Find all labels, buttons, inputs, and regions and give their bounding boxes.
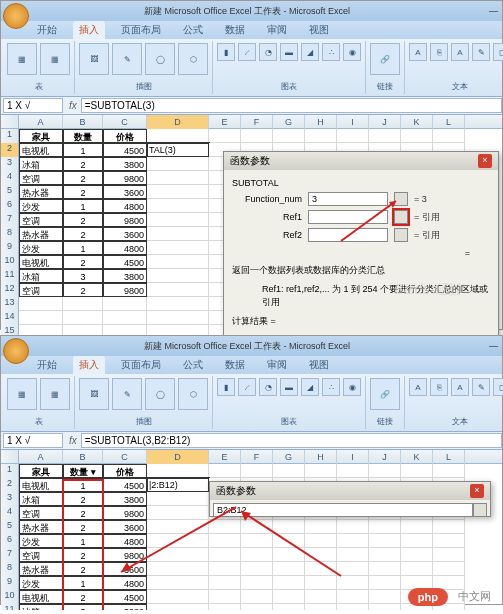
object-icon[interactable]: ◻ [493,43,503,61]
pivot-table-icon[interactable]: ▦ [7,43,37,75]
close-icon[interactable]: × [478,154,492,168]
param2-label: Ref1 [232,212,302,222]
wordart-icon[interactable]: A [451,43,469,61]
minimize-icon[interactable]: — [489,6,498,16]
col-header-j[interactable]: J [369,115,401,129]
other-chart-icon[interactable]: ◉ [343,378,361,396]
picture-icon[interactable]: 🖼 [79,43,109,75]
hyperlink-icon[interactable]: 🔗 [370,378,400,410]
shapes-icon[interactable]: ◯ [145,378,175,410]
textbox-icon[interactable]: A [409,378,427,396]
picture-icon[interactable]: 🖼 [79,378,109,410]
pivot-table-icon[interactable]: ▦ [7,378,37,410]
scatter-chart-icon[interactable]: ∴ [322,378,340,396]
table-cell: 2 [63,227,103,241]
wordart-icon[interactable]: A [451,378,469,396]
ref-selector-icon[interactable] [394,210,408,224]
tab-review[interactable]: 审阅 [261,21,293,39]
spreadsheet-grid[interactable]: A B C D E F G H I J K L 1 家具 数量 ▾ 价格 2 电… [1,450,502,610]
clipart-icon[interactable]: ✎ [112,43,142,75]
tab-start[interactable]: 开始 [31,21,63,39]
other-chart-icon[interactable]: ◉ [343,43,361,61]
tab-formula[interactable]: 公式 [177,356,209,374]
tab-insert[interactable]: 插入 [73,21,105,39]
bar-chart-icon[interactable]: ▬ [280,43,298,61]
shapes-icon[interactable]: ◯ [145,43,175,75]
tab-layout[interactable]: 页面布局 [115,21,167,39]
hyperlink-icon[interactable]: 🔗 [370,43,400,75]
range-input[interactable] [213,503,473,517]
table-cell: 4500 [103,478,147,492]
tab-start[interactable]: 开始 [31,356,63,374]
dialog-title: 函数参数 [230,154,270,168]
pie-chart-icon[interactable]: ◔ [259,43,277,61]
ref-selector-icon[interactable] [394,192,408,206]
tab-data[interactable]: 数据 [219,21,251,39]
tab-view[interactable]: 视图 [303,21,335,39]
ref-selector-icon[interactable] [394,228,408,242]
col-header-e[interactable]: E [209,115,241,129]
header-footer-icon[interactable]: ⎘ [430,378,448,396]
object-icon[interactable]: ◻ [493,378,503,396]
col-header-b[interactable]: B [63,115,103,129]
tab-view[interactable]: 视图 [303,356,335,374]
header-footer-icon[interactable]: ⎘ [430,43,448,61]
ref-expand-icon[interactable] [473,503,487,517]
sigline-icon[interactable]: ✎ [472,43,490,61]
pie-chart-icon[interactable]: ◔ [259,378,277,396]
table-header: 价格 [103,464,147,478]
col-header-d[interactable]: D [147,115,209,129]
tab-data[interactable]: 数据 [219,356,251,374]
table-cell: 热水器 [19,562,63,576]
table-cell: 3800 [103,604,147,610]
tab-layout[interactable]: 页面布局 [115,356,167,374]
line-chart-icon[interactable]: ⟋ [238,378,256,396]
table-cell: 冰箱 [19,157,63,171]
col-header-c[interactable]: C [103,115,147,129]
column-chart-icon[interactable]: ▮ [217,378,235,396]
dialog-titlebar[interactable]: 函数参数 × [224,152,498,170]
param3-input[interactable] [308,228,388,242]
textbox-icon[interactable]: A [409,43,427,61]
tab-review[interactable]: 审阅 [261,356,293,374]
param1-input[interactable] [308,192,388,206]
clipart-icon[interactable]: ✎ [112,378,142,410]
smartart-icon[interactable]: ⬡ [178,378,208,410]
col-header-f[interactable]: F [241,115,273,129]
col-header-g[interactable]: G [273,115,305,129]
table-icon[interactable]: ▦ [40,378,70,410]
dialog-titlebar[interactable]: 函数参数 × [210,482,490,500]
app-title: 新建 Microsoft Office Excel 工作表 - Microsof… [144,340,350,353]
select-all[interactable] [1,450,19,463]
name-box[interactable]: 1 X √ [3,433,63,448]
area-chart-icon[interactable]: ◢ [301,378,319,396]
fx-icon[interactable]: fx [65,435,81,446]
formula-input[interactable]: =SUBTOTAL(3,B2:B12) [81,433,502,448]
smartart-icon[interactable]: ⬡ [178,43,208,75]
param2-input[interactable] [308,210,388,224]
table-cell: 9800 [103,283,147,297]
table-icon[interactable]: ▦ [40,43,70,75]
column-chart-icon[interactable]: ▮ [217,43,235,61]
tab-formula[interactable]: 公式 [177,21,209,39]
line-chart-icon[interactable]: ⟋ [238,43,256,61]
office-button[interactable] [3,3,29,29]
col-header-k[interactable]: K [401,115,433,129]
col-header-l[interactable]: L [433,115,465,129]
formula-input[interactable]: =SUBTOTAL(3) [81,98,502,113]
name-box[interactable]: 1 X √ [3,98,63,113]
sigline-icon[interactable]: ✎ [472,378,490,396]
tab-insert[interactable]: 插入 [73,356,105,374]
col-header-h[interactable]: H [305,115,337,129]
col-header-a[interactable]: A [19,115,63,129]
area-chart-icon[interactable]: ◢ [301,43,319,61]
office-button[interactable] [3,338,29,364]
bar-chart-icon[interactable]: ▬ [280,378,298,396]
select-all[interactable] [1,115,19,128]
table-cell: 9800 [103,548,147,562]
scatter-chart-icon[interactable]: ∴ [322,43,340,61]
close-icon[interactable]: × [470,484,484,498]
col-header-i[interactable]: I [337,115,369,129]
minimize-icon[interactable]: — [489,341,498,351]
fx-icon[interactable]: fx [65,100,81,111]
